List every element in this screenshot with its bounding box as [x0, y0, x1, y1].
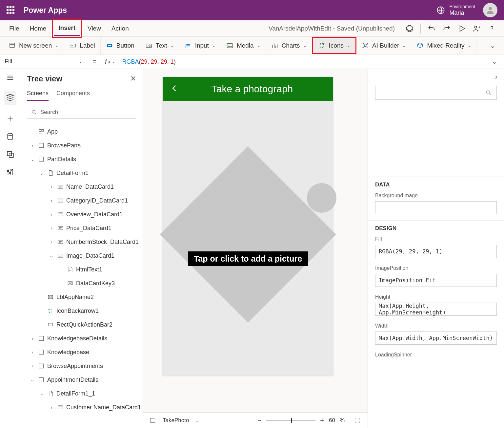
tree-title: Tree view	[27, 74, 130, 83]
prop-height-input[interactable]: Max(App.Height, App.MinScreenHeight)	[375, 303, 497, 316]
back-arrow-icon[interactable]	[163, 84, 186, 95]
svg-point-22	[9, 172, 10, 174]
brand-label: Power Apps	[24, 6, 67, 15]
tab-components[interactable]: Components	[56, 87, 90, 101]
properties-panel: › DATA BackgroundImage DESIGN FillRGBA(2…	[368, 69, 504, 428]
prop-width-input[interactable]: Max(App.Width, App.MinScreenWidth)	[375, 332, 497, 345]
svg-rect-32	[58, 213, 63, 216]
svg-rect-43	[39, 377, 43, 382]
mixed-reality-button[interactable]: Mixed Reality⌄	[411, 37, 476, 54]
tree-node-cat-dc[interactable]: ›CategoryID_DataCard1	[20, 194, 143, 207]
formula-input[interactable]: RGBA(29, 29, 29, 1)	[118, 58, 484, 65]
tree-node-name-dc[interactable]: ›Name_DataCard1	[20, 180, 143, 194]
environment-block[interactable]: Environment Maria	[449, 4, 475, 16]
menu-home[interactable]: Home	[25, 22, 51, 35]
help-icon[interactable]	[488, 24, 496, 33]
tree-node-partdetails[interactable]: ⌄PartDetails	[20, 152, 143, 166]
section-design: DESIGN	[368, 220, 504, 235]
tree-node-overview-dc[interactable]: ›Overview_DataCard1	[20, 207, 143, 221]
media-button[interactable]: Media⌄	[221, 37, 266, 54]
insert-pane-icon[interactable]	[6, 115, 14, 123]
tree-node-price-dc[interactable]: ›Price_DataCard1	[20, 221, 143, 235]
svg-rect-33	[58, 226, 63, 230]
svg-rect-20	[9, 153, 13, 158]
data-pane-icon[interactable]	[6, 132, 14, 141]
tree-node-lblappname[interactable]: LblAppName2	[20, 290, 143, 304]
formula-expand[interactable]: ⌄	[484, 58, 504, 65]
tree-node-image-dc[interactable]: ⌄Image_DataCard1	[20, 249, 143, 263]
svg-rect-4	[10, 43, 15, 47]
user-avatar[interactable]	[483, 3, 497, 17]
app-checker-icon[interactable]	[405, 24, 414, 33]
svg-point-47	[486, 91, 490, 94]
environment-caption: Environment	[449, 4, 475, 10]
close-icon[interactable]: ✕	[130, 75, 136, 83]
zoom-value: 60	[329, 417, 335, 424]
label-button[interactable]: Label	[64, 37, 101, 54]
charts-button[interactable]: Charts⌄	[266, 37, 312, 54]
props-collapse-icon[interactable]: ›	[495, 73, 497, 81]
text-button[interactable]: AbcText⌄	[140, 37, 179, 54]
tree-node-stock-dc[interactable]: ›NumberInStock_DataCard1	[20, 235, 143, 249]
menu-action[interactable]: Action	[107, 22, 133, 35]
zoom-unit: %	[340, 417, 345, 424]
current-screen-label[interactable]: TakePhoto	[163, 417, 189, 424]
phone-preview[interactable]: Take a photograph Tap or click to add a …	[163, 77, 333, 375]
svg-point-14	[363, 43, 364, 44]
fit-screen-icon[interactable]	[354, 417, 361, 424]
icons-button[interactable]: Icons⌄	[312, 37, 356, 54]
menu-bar: File Home Insert View Action VanArsdelAp…	[0, 20, 504, 37]
zoom-out-button[interactable]: −	[257, 416, 262, 425]
hamburger-icon[interactable]	[6, 74, 14, 82]
share-icon[interactable]	[473, 24, 481, 33]
menu-view[interactable]: View	[83, 22, 106, 35]
tree-node-detailform11[interactable]: ⌄DetailForm1_1	[20, 387, 143, 400]
settings-pane-icon[interactable]	[6, 168, 14, 176]
tree-node-browseparts[interactable]: ›BrowseParts	[20, 139, 143, 152]
ribbon-overflow[interactable]: ⌄	[485, 37, 501, 54]
tab-screens[interactable]: Screens	[27, 87, 49, 101]
tree-node-iconback[interactable]: IconBackarrow1	[20, 304, 143, 318]
screen-icon	[150, 417, 156, 424]
tree-view-icon[interactable]	[6, 93, 14, 102]
add-picture-label[interactable]: Tap or click to add a picture	[188, 251, 308, 266]
svg-rect-41	[39, 350, 43, 354]
tree-node-app[interactable]: App	[20, 125, 143, 139]
prop-fill-input[interactable]: RGBA(29, 29, 29, 1)	[375, 245, 497, 258]
ai-builder-button[interactable]: AI Builder⌄	[356, 37, 411, 54]
tree-node-kbdetails[interactable]: ›KnowledgebaseDetails	[20, 332, 143, 345]
fx-button[interactable]: fx⌄	[102, 58, 118, 65]
button-button[interactable]: Button	[101, 37, 140, 54]
screen-title: Take a photograph	[186, 83, 333, 95]
section-data: DATA	[368, 177, 504, 191]
zoom-in-button[interactable]: +	[320, 416, 324, 425]
prop-bgimage-label: BackgroundImage	[375, 193, 497, 199]
prop-imgpos-input[interactable]: ImagePosition.Fit	[375, 274, 497, 287]
tree-node-detailform1[interactable]: ⌄DetailForm1	[20, 166, 143, 180]
redo-icon[interactable]	[442, 24, 451, 33]
input-button[interactable]: Input⌄	[179, 37, 221, 54]
zoom-slider[interactable]	[266, 420, 315, 421]
media-pane-icon[interactable]	[6, 150, 14, 159]
svg-point-16	[363, 47, 364, 48]
undo-icon[interactable]	[427, 24, 436, 33]
svg-rect-27	[39, 132, 41, 134]
tree-search-input[interactable]: Search	[27, 106, 136, 119]
tree-node-browseappt[interactable]: ›BrowseAppointments	[20, 359, 143, 373]
props-search[interactable]	[375, 86, 497, 100]
tree-node-rectqab[interactable]: RectQuickActionBar2	[20, 318, 143, 332]
tree-node-dck3[interactable]: DataCardKey3	[20, 276, 143, 290]
tree-node-html1[interactable]: HtmlText1	[20, 263, 143, 276]
prop-bgimage-input[interactable]	[375, 201, 497, 214]
new-screen-button[interactable]: New screen⌄	[3, 37, 64, 54]
app-launcher-icon[interactable]	[7, 6, 14, 14]
tree-node-kb[interactable]: ›Knowledgebase	[20, 345, 143, 359]
svg-rect-19	[7, 151, 11, 156]
tree-node-apptdetails[interactable]: ⌄AppointmentDetails	[20, 373, 143, 387]
menu-insert[interactable]: Insert	[54, 21, 80, 36]
tree-node-custname-dc[interactable]: ›Customer Name_DataCard1	[20, 400, 143, 414]
menu-file[interactable]: File	[5, 22, 24, 35]
play-icon[interactable]	[457, 24, 466, 33]
property-dropdown[interactable]: Fill⌄	[0, 54, 87, 69]
equals-label: =	[87, 58, 102, 65]
